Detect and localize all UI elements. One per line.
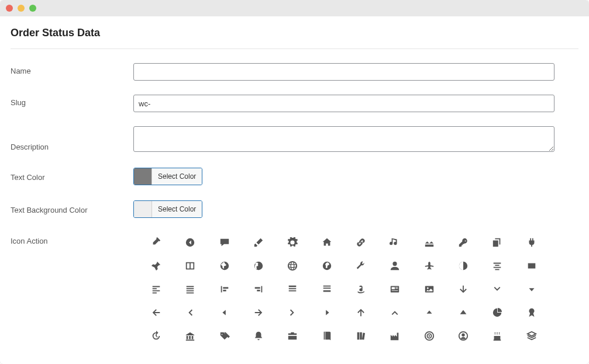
form-area: Name Slug Description Text Color bbox=[11, 63, 578, 364]
chevron-left-icon[interactable] bbox=[173, 307, 207, 318]
layers-icon[interactable] bbox=[515, 330, 549, 342]
page-title: Order Status Data bbox=[11, 27, 578, 49]
globe-africa-icon[interactable] bbox=[208, 260, 242, 272]
globe-americas-icon[interactable] bbox=[242, 260, 275, 272]
slug-input[interactable] bbox=[133, 95, 554, 112]
list-top-icon[interactable] bbox=[275, 283, 309, 295]
key-icon[interactable] bbox=[446, 237, 480, 248]
user-circle-icon[interactable] bbox=[446, 330, 480, 342]
description-label: Description bbox=[11, 126, 133, 151]
icon-grid-scroll[interactable] bbox=[133, 233, 554, 344]
window-minimize-icon[interactable] bbox=[18, 5, 25, 12]
bg-color-select-button[interactable]: Select Color bbox=[151, 201, 202, 217]
contrast-icon[interactable] bbox=[446, 260, 480, 272]
description-input[interactable] bbox=[133, 126, 554, 152]
triangle-down-icon[interactable] bbox=[515, 283, 549, 295]
book-icon[interactable] bbox=[310, 330, 344, 342]
news-icon[interactable] bbox=[378, 283, 412, 295]
bg-color-swatch bbox=[134, 201, 151, 217]
bg-color-label: Text Background Color bbox=[11, 206, 133, 214]
text-color-swatch bbox=[134, 168, 151, 185]
text-color-label: Text Color bbox=[11, 173, 133, 182]
name-label: Name bbox=[11, 63, 133, 75]
triangle-right-icon[interactable] bbox=[310, 307, 344, 318]
target-icon[interactable] bbox=[412, 330, 446, 342]
app-window: Order Status Data Name Slug Description bbox=[0, 0, 589, 364]
content-area: Order Status Data Name Slug Description bbox=[0, 16, 589, 364]
comment-icon[interactable] bbox=[208, 237, 242, 248]
align-center-icon[interactable] bbox=[480, 260, 514, 272]
eyedropper-icon[interactable] bbox=[139, 237, 173, 248]
split-panel-icon[interactable] bbox=[173, 260, 207, 272]
pushpin-icon[interactable] bbox=[139, 260, 173, 272]
chevron-up-icon[interactable] bbox=[378, 307, 412, 318]
arrow-left-icon[interactable] bbox=[139, 307, 173, 318]
brush-icon[interactable] bbox=[242, 237, 275, 248]
rooftops-icon[interactable] bbox=[412, 237, 446, 248]
arrow-right-icon[interactable] bbox=[242, 307, 275, 318]
birthday-cake-icon[interactable] bbox=[480, 330, 514, 342]
globe-asia-icon[interactable] bbox=[310, 260, 344, 272]
slug-label: Slug bbox=[11, 95, 133, 107]
history-icon[interactable] bbox=[139, 330, 173, 342]
award-icon[interactable] bbox=[515, 307, 549, 318]
copy-icon[interactable] bbox=[480, 237, 514, 248]
music-share-icon[interactable] bbox=[378, 237, 412, 248]
arrow-up-icon[interactable] bbox=[344, 307, 378, 318]
square-icon[interactable] bbox=[515, 260, 549, 272]
plug-icon[interactable] bbox=[515, 237, 549, 248]
window-maximize-icon[interactable] bbox=[29, 5, 36, 12]
text-color-picker[interactable]: Select Color bbox=[133, 168, 202, 185]
window-titlebar bbox=[0, 0, 589, 16]
link-icon[interactable] bbox=[344, 237, 378, 248]
icon-grid bbox=[133, 237, 554, 344]
gear-icon[interactable] bbox=[275, 237, 309, 248]
home-icon[interactable] bbox=[310, 237, 344, 248]
triangle-left-icon[interactable] bbox=[208, 307, 242, 318]
airplane-icon[interactable] bbox=[412, 260, 446, 272]
globe-grid-icon[interactable] bbox=[275, 260, 309, 272]
wrench-icon[interactable] bbox=[344, 260, 378, 272]
bank-icon[interactable] bbox=[173, 330, 207, 342]
image-icon[interactable] bbox=[412, 283, 446, 295]
arrow-down-icon[interactable] bbox=[446, 283, 480, 295]
caret-left-circle-icon[interactable] bbox=[173, 237, 207, 248]
align-left-icon[interactable] bbox=[139, 283, 173, 295]
name-input[interactable] bbox=[133, 63, 554, 81]
triangle-up-solid-icon[interactable] bbox=[446, 307, 480, 318]
triangle-up-icon[interactable] bbox=[412, 307, 446, 318]
amazon-icon[interactable] bbox=[344, 283, 378, 295]
chevron-right-icon[interactable] bbox=[275, 307, 309, 318]
factory-icon[interactable] bbox=[378, 330, 412, 342]
tags-icon[interactable] bbox=[208, 330, 242, 342]
pie-chart-icon[interactable] bbox=[480, 307, 514, 318]
align-start-icon[interactable] bbox=[208, 283, 242, 295]
chevron-down-icon[interactable] bbox=[480, 283, 514, 295]
books-icon[interactable] bbox=[344, 330, 378, 342]
icon-action-label: Icon Action bbox=[11, 233, 133, 245]
user-icon[interactable] bbox=[378, 260, 412, 272]
list-bottom-icon[interactable] bbox=[310, 283, 344, 295]
bell-icon[interactable] bbox=[242, 330, 275, 342]
bg-color-picker[interactable]: Select Color bbox=[133, 200, 202, 218]
text-color-select-button[interactable]: Select Color bbox=[151, 168, 202, 185]
align-end-icon[interactable] bbox=[242, 283, 275, 295]
window-close-icon[interactable] bbox=[6, 5, 13, 12]
align-justify-icon[interactable] bbox=[173, 283, 207, 295]
briefcase-icon[interactable] bbox=[275, 330, 309, 342]
